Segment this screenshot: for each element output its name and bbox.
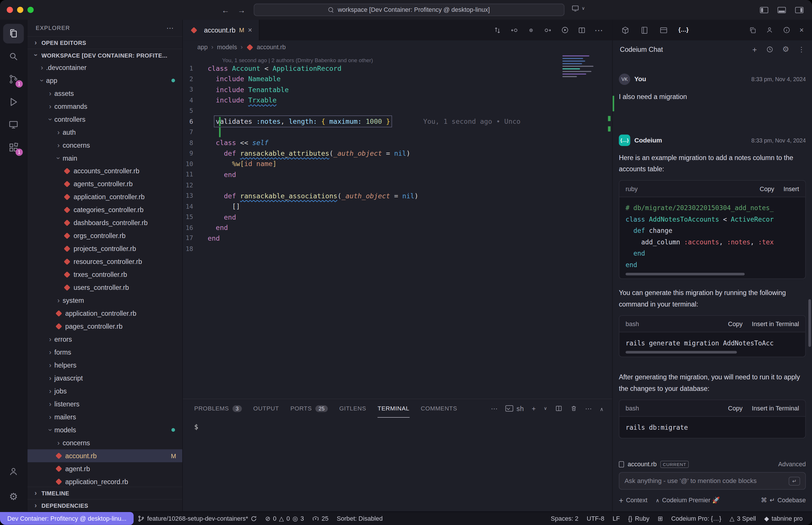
run-debug-activity-button[interactable]: [3, 92, 24, 112]
section-workspace[interactable]: WORKSPACE [DEV CONTAINER: PROFITE...: [27, 49, 182, 61]
next-change-icon[interactable]: [544, 26, 552, 34]
horizontal-scrollbar[interactable]: [626, 273, 744, 275]
tree-item-assets[interactable]: assets: [27, 87, 182, 100]
chat-more-icon[interactable]: [798, 45, 804, 53]
back-icon[interactable]: ←: [222, 5, 230, 14]
tree-item-users-controller[interactable]: users_controller.rb: [27, 281, 182, 294]
tree-item-account-rb[interactable]: account.rbM: [27, 449, 182, 462]
breadcrumb-app[interactable]: app: [197, 43, 208, 51]
eol-item[interactable]: LF: [608, 515, 624, 522]
spell-checker-item[interactable]: △3 Spell: [725, 515, 760, 522]
tree-item-listeners[interactable]: listeners: [27, 397, 182, 410]
chat-input[interactable]: [624, 477, 785, 484]
tree-item-application-controller-2[interactable]: application_controller.rb: [27, 307, 182, 320]
tree-item-errors[interactable]: errors: [27, 333, 182, 346]
explorer-actions-icon[interactable]: [166, 24, 174, 32]
forward-icon[interactable]: →: [238, 5, 245, 14]
tree-item-pages-controller[interactable]: pages_controller.rb: [27, 320, 182, 333]
section-timeline[interactable]: TIMELINE: [27, 487, 182, 499]
accounts-button[interactable]: [3, 462, 24, 481]
copy-icon[interactable]: [749, 26, 756, 34]
indentation-item[interactable]: Spaces: 2: [547, 515, 582, 522]
tree-item-agents-controller[interactable]: agents_controller.rb: [27, 178, 182, 191]
tab-problems[interactable]: PROBLEMS3: [194, 399, 242, 418]
codebase-shortcut[interactable]: Codebase: [761, 496, 806, 504]
codeium-status-item[interactable]: Codeium Pro: {…}: [667, 515, 726, 522]
close-window-button[interactable]: [6, 6, 13, 13]
tree-item-controllers[interactable]: controllers: [27, 113, 182, 126]
remote-explorer-activity-button[interactable]: [3, 115, 24, 134]
new-chat-icon[interactable]: [752, 45, 757, 54]
tree-item-resources-controller[interactable]: resources_controller.rb: [27, 255, 182, 268]
tree-item-accounts-controller[interactable]: accounts_controller.rb: [27, 165, 182, 178]
sorbet-status-item[interactable]: Sorbet: Disabled: [333, 515, 387, 522]
copy-code-button[interactable]: Copy: [728, 405, 742, 412]
language-mode-item[interactable]: {}Ruby: [624, 515, 654, 522]
explorer-activity-button[interactable]: [3, 24, 24, 43]
breadcrumb-models[interactable]: models: [217, 43, 237, 51]
tree-item-jobs[interactable]: jobs: [27, 385, 182, 397]
close-panel-icon[interactable]: [799, 25, 804, 34]
terminal-viewport[interactable]: $: [183, 418, 612, 431]
settings-button[interactable]: ⚙: [3, 487, 24, 506]
tree-item-system[interactable]: system: [27, 294, 182, 307]
search-activity-button[interactable]: [3, 47, 24, 66]
tree-item-javascript[interactable]: javascript: [27, 372, 182, 385]
account-icon[interactable]: [765, 26, 774, 34]
split-terminal-icon[interactable]: [555, 405, 562, 412]
insert-in-terminal-button[interactable]: Insert in Terminal: [752, 405, 799, 412]
tree-item-categories-controller[interactable]: categories_controller.rb: [27, 204, 182, 216]
tree-item-forms[interactable]: forms: [27, 346, 182, 359]
section-dependencies[interactable]: DEPENDENCIES: [27, 499, 182, 511]
code-editor[interactable]: You, 1 second ago | 2 authors (Dmitry Ba…: [183, 54, 612, 399]
toggle-sidebar-icon[interactable]: [759, 6, 769, 13]
tab-output[interactable]: OUTPUT: [253, 399, 279, 418]
info-icon[interactable]: [782, 26, 791, 34]
problems-status-item[interactable]: ⊘0 △0 ◎3: [261, 515, 308, 522]
source-control-activity-button[interactable]: 1: [3, 69, 24, 89]
tab-terminal[interactable]: TERMINAL: [378, 399, 409, 418]
minimize-window-button[interactable]: [17, 6, 23, 13]
more-panel-tabs-icon[interactable]: [491, 405, 498, 412]
add-context-button[interactable]: Context: [619, 496, 647, 505]
tree-item-orgs-controller[interactable]: orgs_controller.rb: [27, 229, 182, 242]
codeium-view-tab[interactable]: {…}: [678, 27, 689, 34]
tree-item-dashboards-controller[interactable]: dashboards_controller.rb: [27, 216, 182, 229]
breadcrumb-file[interactable]: account.rb: [257, 43, 286, 51]
close-tab-icon[interactable]: [248, 26, 252, 34]
panel-more-actions-icon[interactable]: [585, 405, 592, 412]
new-terminal-icon[interactable]: +: [532, 405, 536, 412]
forwarded-ports-item[interactable]: 25: [308, 515, 333, 522]
compare-changes-icon[interactable]: [493, 26, 501, 34]
previous-change-icon[interactable]: [510, 26, 518, 34]
tree-item-helpers[interactable]: helpers: [27, 359, 182, 372]
code-content[interactable]: 1class Account < ApplicationRecord2 incl…: [183, 63, 612, 254]
panel-view-icon[interactable]: [659, 26, 668, 34]
tree-item-models[interactable]: models: [27, 423, 182, 436]
tree-item-agent-rb[interactable]: agent.rb: [27, 462, 182, 475]
maximize-window-button[interactable]: [27, 6, 34, 13]
maximize-panel-icon[interactable]: [600, 405, 604, 412]
kill-terminal-icon[interactable]: [570, 405, 577, 412]
notebook-view-icon[interactable]: [640, 26, 649, 34]
history-icon[interactable]: [766, 45, 773, 53]
tree-item-models-concerns[interactable]: concerns: [27, 436, 182, 449]
tree-item-trxes-controller[interactable]: trxes_controller.rb: [27, 268, 182, 281]
tab-account-rb[interactable]: account.rb M: [183, 19, 260, 40]
browser-preview-item[interactable]: ⊞: [654, 515, 667, 522]
open-change-icon[interactable]: [527, 26, 535, 34]
tree-item-projects-controller[interactable]: projects_controller.rb: [27, 242, 182, 255]
copy-code-button[interactable]: Copy: [759, 185, 774, 192]
horizontal-scrollbar[interactable]: [626, 351, 737, 354]
section-open-editors[interactable]: OPEN EDITORS: [27, 36, 182, 49]
model-selector[interactable]: Codeium Premier 🚀: [656, 496, 720, 504]
more-actions-icon[interactable]: [595, 25, 603, 35]
tree-item-application-controller[interactable]: application_controller.rb: [27, 191, 182, 204]
tab-comments[interactable]: COMMENTS: [421, 399, 457, 418]
breadcrumb[interactable]: app › models › account.rb: [183, 40, 612, 54]
toggle-panel-icon[interactable]: [778, 6, 786, 13]
tree-item-devcontainer[interactable]: .devcontainer: [27, 61, 182, 74]
git-branch-item[interactable]: feature/10268-setup-dev-containers*: [134, 515, 261, 522]
tree-item-main[interactable]: main: [27, 152, 182, 165]
tree-item-application-record-rb[interactable]: application_record.rb: [27, 475, 182, 487]
